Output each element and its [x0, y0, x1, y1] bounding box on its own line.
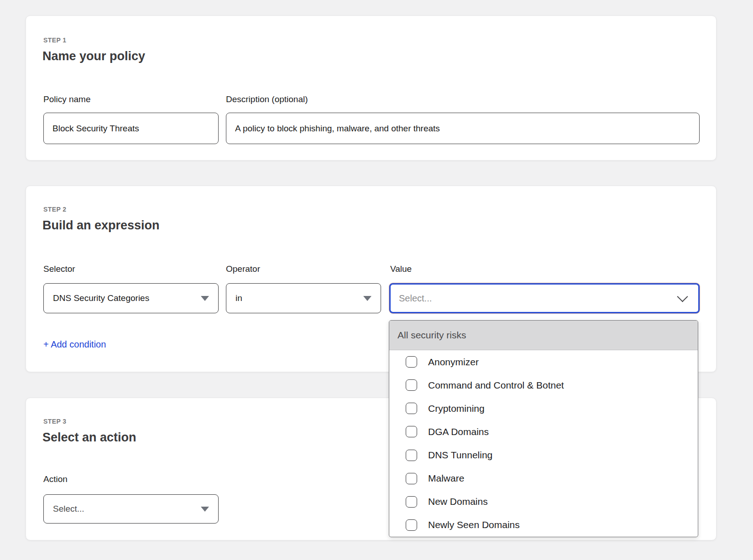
- step-2-title: Build an expression: [42, 218, 160, 233]
- option-command-and-control-botnet[interactable]: Command and Control & Botnet: [389, 373, 698, 397]
- option-anonymizer[interactable]: Anonymizer: [389, 350, 698, 373]
- action-label: Action: [43, 474, 68, 484]
- security-categories-dropdown: All security risks Anonymizer Command an…: [389, 320, 698, 537]
- option-checkbox[interactable]: [406, 519, 417, 531]
- option-checkbox[interactable]: [406, 496, 417, 508]
- step-3-label: STEP 3: [43, 417, 66, 425]
- option-cryptomining[interactable]: Cryptomining: [389, 397, 698, 420]
- add-condition-link[interactable]: + Add condition: [43, 339, 106, 350]
- selector-select[interactable]: DNS Security Categories: [43, 283, 219, 313]
- step-3-title: Select an action: [42, 430, 136, 445]
- policy-name-input[interactable]: [43, 113, 219, 144]
- selector-value: DNS Security Categories: [53, 293, 149, 303]
- value-label: Value: [390, 264, 412, 274]
- policy-builder-page: STEP 1 Name your policy Policy name Desc…: [0, 0, 753, 560]
- dropdown-group-label: All security risks: [397, 330, 466, 341]
- policy-name-label: Policy name: [43, 94, 91, 104]
- caret-down-icon: [201, 296, 209, 301]
- operator-label: Operator: [226, 264, 260, 274]
- description-label: Description (optional): [226, 94, 308, 104]
- option-checkbox[interactable]: [406, 379, 417, 391]
- caret-down-icon: [363, 296, 371, 301]
- operator-value: in: [235, 293, 242, 303]
- option-checkbox[interactable]: [406, 356, 417, 368]
- value-combobox[interactable]: Select...: [389, 283, 700, 313]
- option-newly-seen-domains[interactable]: Newly Seen Domains: [389, 513, 698, 537]
- action-placeholder: Select...: [53, 504, 84, 514]
- option-checkbox[interactable]: [406, 450, 417, 461]
- option-malware[interactable]: Malware: [389, 467, 698, 490]
- all-security-risks-option[interactable]: All security risks: [389, 321, 698, 350]
- step-1-title: Name your policy: [42, 49, 145, 63]
- option-checkbox[interactable]: [406, 473, 417, 484]
- step-1-card: STEP 1 Name your policy Policy name Desc…: [26, 16, 716, 161]
- step-2-label: STEP 2: [43, 205, 66, 213]
- caret-down-icon: [201, 507, 209, 512]
- value-placeholder: Select...: [399, 293, 432, 304]
- chevron-down-icon: [677, 291, 688, 302]
- description-input[interactable]: [226, 113, 700, 144]
- selector-label: Selector: [43, 264, 75, 274]
- option-checkbox[interactable]: [406, 403, 417, 414]
- option-checkbox[interactable]: [406, 426, 417, 437]
- action-select[interactable]: Select...: [43, 494, 219, 524]
- step-1-label: STEP 1: [43, 36, 66, 44]
- option-dns-tunneling[interactable]: DNS Tunneling: [389, 444, 698, 467]
- option-new-domains[interactable]: New Domains: [389, 490, 698, 513]
- option-dga-domains[interactable]: DGA Domains: [389, 420, 698, 443]
- operator-select[interactable]: in: [226, 283, 381, 313]
